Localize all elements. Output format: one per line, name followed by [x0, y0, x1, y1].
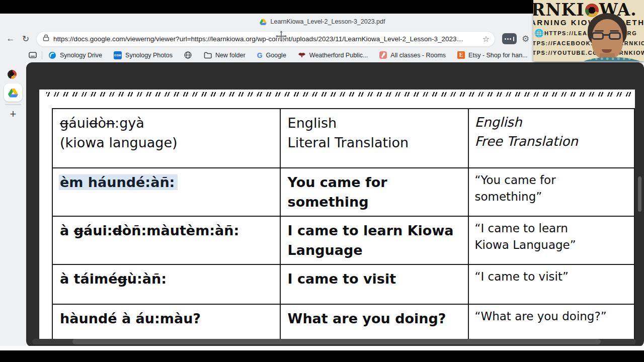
free-cell: “You came for something” — [468, 168, 635, 216]
bookmark-label: All classes - Rooms — [390, 52, 446, 59]
table-header-row: gáuidòn:gyà (kiowa language)English Lite… — [52, 109, 634, 168]
page-tear-decoration — [46, 92, 635, 97]
kiowa-phrase-table: gáuidòn:gyà (kiowa language)English Lite… — [52, 108, 635, 340]
literal-cell: You came for something — [280, 168, 468, 216]
literal-cell: I came to learn Kiowa Language — [280, 216, 468, 264]
toolbar-hub-button[interactable] — [502, 33, 517, 44]
tab-title[interactable]: LearnKiowa_Level-2_Lesson-3_2023.pdf — [271, 18, 385, 25]
webcam-overlay: RNKI WA. ARNING KIOWA TOGETH 🌐 HTTPS://L… — [533, 0, 644, 61]
globe-icon: 🌐 — [534, 29, 544, 38]
presenter-brow — [610, 30, 619, 32]
bookmark-synology-drive[interactable]: Synology Drive — [48, 51, 102, 59]
horizontal-scrollbar-thumb[interactable] — [72, 339, 601, 344]
table-row: à táimégù:àñ:I came to visit“I came to v… — [52, 264, 634, 304]
free-cell: “What are you doing?” — [468, 304, 635, 340]
vertical-scrollbar-thumb[interactable] — [638, 176, 641, 212]
back-button[interactable]: ← — [3, 32, 18, 46]
bookmark-etsy-shop-for-han[interactable]: EEtsy - Shop for han... — [457, 51, 527, 59]
kiowa-cell: hàundé à áu:màu? — [52, 304, 280, 340]
presenter-video — [582, 13, 642, 61]
screen: { "browser": { "tab_title": "LearnKiowa_… — [0, 0, 644, 362]
free-cell: “I came to visit” — [468, 264, 635, 304]
bookmark-weatherford-public[interactable]: Weatherford Public... — [298, 51, 368, 59]
bookmark-star-icon[interactable]: ☆ — [479, 34, 490, 44]
drive-favicon-icon — [259, 18, 267, 26]
move-cursor-icon — [275, 30, 288, 45]
bookmark-google[interactable]: GGoogle — [257, 51, 286, 59]
bookmark-synology-photos[interactable]: DSMSynology Photos — [114, 51, 173, 59]
literal-cell: I came to visit — [280, 264, 468, 304]
bookmark-all-classes-rooms[interactable]: All classes - Rooms — [379, 51, 446, 59]
kiowa-cell: èm háundé:àñ: — [52, 168, 280, 216]
bookmark-label: Synology Photos — [125, 52, 173, 59]
text-selection-highlight: èm háundé:àñ: — [60, 174, 175, 190]
bookmark-label: Etsy - Shop for han... — [468, 52, 527, 59]
kiowa-cell: à gáui:dòñ:màutèm:àñ: — [52, 216, 280, 264]
table-row: hàundé à áu:màu?What are you doing?“What… — [52, 304, 634, 340]
presenter-shirt — [579, 57, 644, 61]
pdf-page: gáuidòn:gyà (kiowa language)English Lite… — [39, 89, 635, 340]
vertical-tab-rail: + — [0, 62, 26, 347]
table-row: èm háundé:àñ:You came for something“You … — [52, 168, 634, 216]
bookmark-label: Google — [266, 52, 286, 59]
lock-icon — [43, 34, 49, 43]
presenter-brow — [595, 30, 604, 32]
refresh-button[interactable]: ↻ — [18, 32, 33, 46]
rail-divider — [5, 104, 21, 105]
new-tab-button[interactable]: + — [7, 108, 20, 121]
pdf-viewer: gáuidòn:gyà (kiowa language)English Lite… — [26, 62, 644, 347]
address-bar[interactable]: https://docs.google.com/viewerng/viewer?… — [36, 31, 495, 47]
free-cell: “I came to learn Kiowa Language” — [468, 216, 635, 264]
literal-cell: What are you doing? — [280, 304, 468, 340]
bookmark-label: Weatherford Public... — [309, 52, 368, 59]
bookmark-new-folder[interactable]: New folder — [204, 51, 246, 59]
bookmark-globe-icon[interactable] — [184, 51, 192, 59]
horizontal-scrollbar-track[interactable] — [32, 339, 636, 344]
url-text[interactable]: https://docs.google.com/viewerng/viewer?… — [53, 35, 479, 43]
letterbox-bottom — [0, 350, 644, 362]
bottom-strip — [0, 346, 644, 350]
bookmarks-divider — [42, 51, 42, 59]
kiowa-cell: gáuidòn:gyà (kiowa language) — [52, 109, 280, 168]
bookmark-label: Synology Drive — [60, 52, 102, 59]
bookmark-label: New folder — [215, 52, 246, 59]
kiowa-cell: à táimégù:àñ: — [52, 264, 280, 304]
table-row: à gáui:dòñ:màutèm:àñ:I came to learn Kio… — [52, 216, 634, 264]
glasses-bridge — [604, 34, 609, 36]
free-cell: English Free Translation — [468, 109, 635, 168]
learnkiowa-favicon-icon[interactable] — [8, 70, 17, 79]
active-tab-drive-icon[interactable] — [4, 83, 22, 102]
glasses-icon — [592, 32, 604, 40]
glasses-icon — [609, 32, 621, 40]
settings-gear-icon[interactable]: ⚙ — [522, 34, 529, 44]
literal-cell: English Literal Translation — [280, 109, 468, 168]
tab-preview-icon[interactable] — [29, 51, 37, 59]
